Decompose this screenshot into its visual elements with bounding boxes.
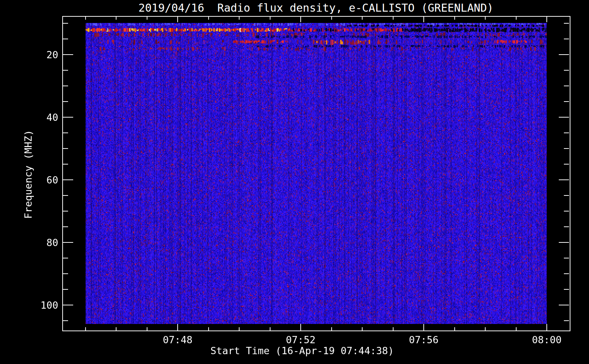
chart-title: 2019/04/16 Radio flux density, e-CALLIST… xyxy=(138,1,493,14)
y-tick-label: 40 xyxy=(15,112,58,123)
x-axis-label: Start Time (16-Apr-19 07:44:38) xyxy=(210,345,394,356)
y-tick-label: 100 xyxy=(15,300,58,311)
y-tick-label: 60 xyxy=(15,174,58,186)
x-tick-label: 07:48 xyxy=(163,334,192,345)
y-tick-label: 80 xyxy=(15,237,58,248)
y-tick-label: 20 xyxy=(15,49,58,60)
x-tick-label: 07:56 xyxy=(409,334,438,345)
y-axis-label: Frequency (MHZ) xyxy=(23,130,34,219)
x-tick-label: 08:00 xyxy=(532,334,561,345)
spectrogram-image xyxy=(86,23,547,324)
x-tick-label: 07:52 xyxy=(286,334,315,345)
